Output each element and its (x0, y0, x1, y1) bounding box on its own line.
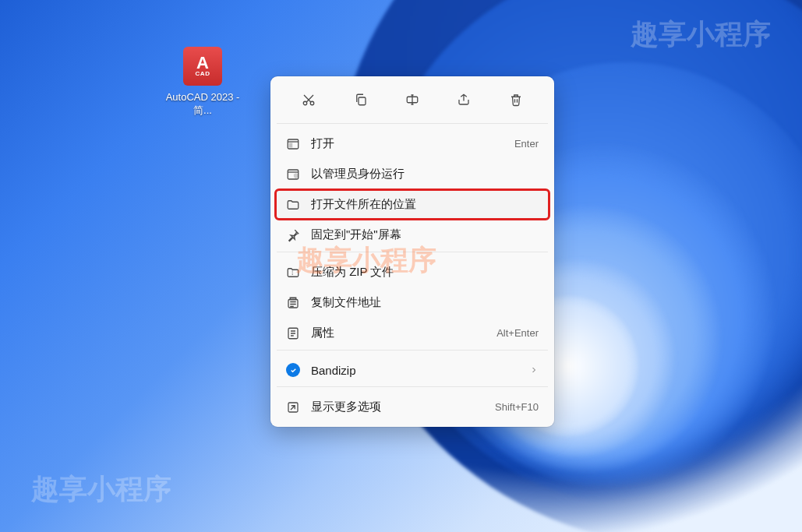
context-menu: 打开 Enter 以管理员身份运行 打开文件所在的位置 固定到"开始"屏幕 压缩… (270, 76, 554, 427)
chevron-right-icon (529, 364, 539, 377)
menu-separator (277, 252, 548, 252)
menu-item-open[interactable]: 打开 Enter (275, 129, 549, 159)
menu-item-shortcut: Shift+F10 (495, 401, 539, 413)
svg-point-1 (310, 101, 314, 105)
menu-item-label: 属性 (311, 326, 486, 340)
delete-icon (509, 93, 523, 107)
properties-icon (286, 326, 300, 340)
rename-icon (405, 93, 419, 107)
menu-item-properties[interactable]: 属性 Alt+Enter (275, 318, 549, 348)
menu-item-pin-start[interactable]: 固定到"开始"屏幕 (275, 220, 549, 250)
menu-item-shortcut: Alt+Enter (496, 327, 539, 339)
menu-item-label: 打开 (311, 136, 503, 151)
share-icon (457, 93, 471, 107)
desktop-icon-autocad[interactable]: A CAD AutoCAD 2023 - 简... (164, 47, 242, 117)
copy-path-icon (286, 296, 300, 310)
menu-item-label: 固定到"开始"屏幕 (311, 227, 539, 242)
menu-item-compress-zip[interactable]: 压缩为 ZIP 文件 (275, 257, 549, 287)
bandizip-icon (286, 363, 300, 377)
menu-item-copy-path[interactable]: 复制文件地址 (275, 287, 549, 318)
menu-item-label: 打开文件所在的位置 (311, 197, 539, 212)
menu-item-label: 以管理员身份运行 (311, 167, 539, 181)
svg-rect-5 (289, 143, 293, 147)
menu-item-bandizip[interactable]: Bandizip (275, 355, 549, 385)
menu-item-label: 复制文件地址 (311, 295, 539, 310)
zip-icon (286, 266, 300, 280)
menu-item-label: 压缩为 ZIP 文件 (311, 265, 539, 280)
share-button[interactable] (448, 86, 479, 114)
menu-item-run-admin[interactable]: 以管理员身份运行 (275, 159, 549, 189)
menu-item-open-location[interactable]: 打开文件所在的位置 (275, 189, 549, 220)
pin-icon (286, 228, 300, 242)
shield-icon (286, 167, 300, 181)
menu-item-shortcut: Enter (514, 138, 539, 150)
window-icon (286, 137, 300, 151)
menu-separator (277, 386, 548, 387)
cut-icon (302, 93, 316, 107)
menu-separator (277, 123, 548, 124)
desktop-icon-label: AutoCAD 2023 - 简... (164, 90, 242, 117)
context-menu-action-row (275, 81, 549, 122)
autocad-icon: A CAD (183, 47, 222, 86)
menu-item-label: 显示更多选项 (311, 400, 484, 414)
copy-button[interactable] (345, 86, 376, 114)
svg-rect-2 (359, 97, 366, 105)
delete-button[interactable] (500, 86, 532, 114)
menu-item-label: Bandizip (311, 364, 518, 377)
folder-icon (286, 198, 300, 212)
copy-icon (354, 93, 368, 107)
expand-icon (286, 400, 300, 414)
menu-separator (277, 350, 548, 351)
menu-item-show-more[interactable]: 显示更多选项 Shift+F10 (275, 392, 549, 422)
svg-point-0 (303, 101, 307, 105)
rename-button[interactable] (397, 86, 428, 114)
cut-button[interactable] (293, 86, 324, 114)
